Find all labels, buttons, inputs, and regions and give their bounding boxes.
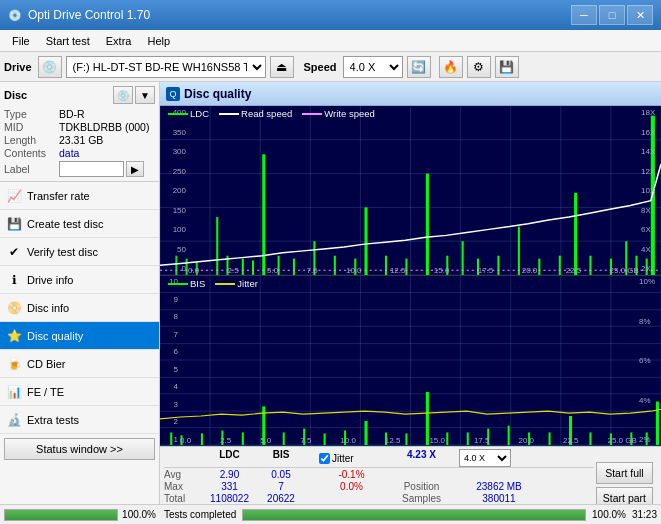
legend-ldc-label: LDC [190, 108, 209, 119]
svg-rect-30 [364, 207, 367, 275]
titlebar: 💿 Opti Drive Control 1.70 ─ □ ✕ [0, 0, 661, 30]
max-ldc: 331 [202, 481, 257, 492]
sidebar-item-drive-info[interactable]: ℹ Drive info [0, 266, 159, 294]
left-progress-label: 100.0% [122, 509, 156, 520]
legend-bis-label: BIS [190, 278, 205, 289]
sidebar-label-disc-info: Disc info [27, 302, 69, 314]
chart-bottom-legend: BIS Jitter [168, 278, 258, 289]
titlebar-title: Opti Drive Control 1.70 [28, 8, 150, 22]
chart-top-x-labels: 0.0 2.5 5.0 7.5 10.0 12.5 15.0 17.5 20.0… [188, 266, 639, 275]
sidebar-label-fe-te: FE / TE [27, 386, 64, 398]
menu-file[interactable]: File [4, 33, 38, 49]
chart-header-icon: Q [166, 87, 180, 101]
left-progress-fill [5, 510, 117, 520]
ldc-color [168, 113, 188, 115]
speed-select-area: 4.0 X [459, 449, 539, 467]
disc-label-input[interactable] [59, 161, 124, 177]
chart-bottom-x-labels: 0.0 2.5 5.0 7.5 10.0 12.5 15.0 17.5 20.0… [180, 436, 637, 445]
chart-bottom-svg [160, 276, 661, 445]
svg-rect-24 [262, 154, 265, 275]
sidebar-label-create-test-disc: Create test disc [27, 218, 103, 230]
menu-extra[interactable]: Extra [98, 33, 140, 49]
status-text: Tests completed [164, 509, 236, 520]
read-speed-color [219, 113, 239, 115]
fe-te-icon: 📊 [6, 384, 22, 400]
status-progress-fill [243, 510, 585, 520]
left-panel: Disc 💿 ▼ Type BD-R MID TDKBLDRBB (000) L… [0, 82, 160, 524]
samples-label: Samples [384, 493, 459, 504]
left-progress-bar [4, 509, 118, 521]
col-speed: 4.23 X [384, 449, 459, 467]
chart-bottom-y-labels-right: 10% 8% 6% 4% 2% [637, 276, 661, 445]
menu-help[interactable]: Help [139, 33, 178, 49]
disc-type-label: Type [4, 108, 59, 120]
disc-mid-row: MID TDKBLDRBB (000) [4, 121, 155, 133]
right-panel: Q Disc quality [160, 82, 661, 524]
chart-top-y-labels-right: 18X 16X 14X 12X 10X 8X 6X 4X 2X [639, 106, 661, 275]
disc-length-value: 23.31 GB [59, 134, 103, 146]
stats-avg-row: Avg 2.90 0.05 -0.1% [164, 469, 594, 480]
status-progress-bar [242, 509, 586, 521]
chart-header: Q Disc quality [160, 82, 661, 106]
sidebar-item-cd-bier[interactable]: 🍺 CD Bier [0, 350, 159, 378]
sidebar-label-verify-test-disc: Verify test disc [27, 246, 98, 258]
sidebar-item-verify-test-disc[interactable]: ✔ Verify test disc [0, 238, 159, 266]
minimize-button[interactable]: ─ [571, 5, 597, 25]
drive-select[interactable]: (F:) HL-DT-ST BD-RE WH16NS58 TST4 [66, 56, 266, 78]
chart-top-y-labels-left: 400 350 300 250 200 150 100 50 0 [160, 106, 188, 275]
total-ldc: 1108022 [202, 493, 257, 504]
charts-container: LDC Read speed Write speed 400 [160, 106, 661, 446]
max-jitter: 0.0% [319, 481, 384, 492]
disc-section-title: Disc [4, 89, 27, 101]
sidebar-item-disc-quality[interactable]: ⭐ Disc quality [0, 322, 159, 350]
disc-length-label: Length [4, 134, 59, 146]
stats-max-row: Max 331 7 0.0% Position 23862 MB [164, 481, 594, 492]
sidebar-item-transfer-rate[interactable]: 📈 Transfer rate [0, 182, 159, 210]
speed-label: Speed [304, 61, 337, 73]
eject-button[interactable]: ⏏ [270, 56, 294, 78]
speed-dropdown[interactable]: 4.0 X [459, 449, 511, 467]
speed-refresh-btn[interactable]: 🔄 [407, 56, 431, 78]
app-icon: 💿 [8, 9, 22, 22]
extra-tests-icon: 🔬 [6, 412, 22, 428]
drive-info-icon: ℹ [6, 272, 22, 288]
sidebar-item-fe-te[interactable]: 📊 FE / TE [0, 378, 159, 406]
disc-label-go-btn[interactable]: ▶ [126, 161, 144, 177]
close-button[interactable]: ✕ [627, 5, 653, 25]
settings-btn[interactable]: ⚙ [467, 56, 491, 78]
sidebar-item-extra-tests[interactable]: 🔬 Extra tests [0, 406, 159, 434]
avg-ldc: 2.90 [202, 469, 257, 480]
samples-value: 380011 [459, 493, 539, 504]
disc-icon-btn2[interactable]: ▼ [135, 86, 155, 104]
legend-jitter: Jitter [215, 278, 258, 289]
maximize-button[interactable]: □ [599, 5, 625, 25]
svg-rect-33 [426, 174, 429, 275]
disc-icon-btn1[interactable]: 💿 [113, 86, 133, 104]
jitter-color [215, 283, 235, 285]
disc-quality-icon: ⭐ [6, 328, 22, 344]
disc-info-icon: 📀 [6, 300, 22, 316]
start-full-button[interactable]: Start full [596, 462, 653, 484]
legend-ldc: LDC [168, 108, 209, 119]
status-bar: Tests completed 100.0% 31:23 [160, 504, 661, 524]
disc-contents-row: Contents data [4, 147, 155, 159]
verify-test-disc-icon: ✔ [6, 244, 22, 260]
menu-start-test[interactable]: Start test [38, 33, 98, 49]
speed-select[interactable]: 4.0 X [343, 56, 403, 78]
col-bis: BIS [257, 449, 305, 467]
avg-jitter: -0.1% [319, 469, 384, 480]
legend-jitter-label: Jitter [237, 278, 258, 289]
jitter-checkbox[interactable] [319, 453, 330, 464]
titlebar-left: 💿 Opti Drive Control 1.70 [8, 8, 150, 22]
status-window-button[interactable]: Status window >> [4, 438, 155, 460]
disc-label-row: Label ▶ [4, 161, 155, 177]
legend-write-speed-label: Write speed [324, 108, 375, 119]
burn-btn[interactable]: 🔥 [439, 56, 463, 78]
save-btn[interactable]: 💾 [495, 56, 519, 78]
create-test-disc-icon: 💾 [6, 216, 22, 232]
sidebar-item-disc-info[interactable]: 📀 Disc info [0, 294, 159, 322]
drive-icon-btn[interactable]: 💿 [38, 56, 62, 78]
sidebar-item-create-test-disc[interactable]: 💾 Create test disc [0, 210, 159, 238]
legend-read-speed: Read speed [219, 108, 292, 119]
max-bis: 7 [257, 481, 305, 492]
